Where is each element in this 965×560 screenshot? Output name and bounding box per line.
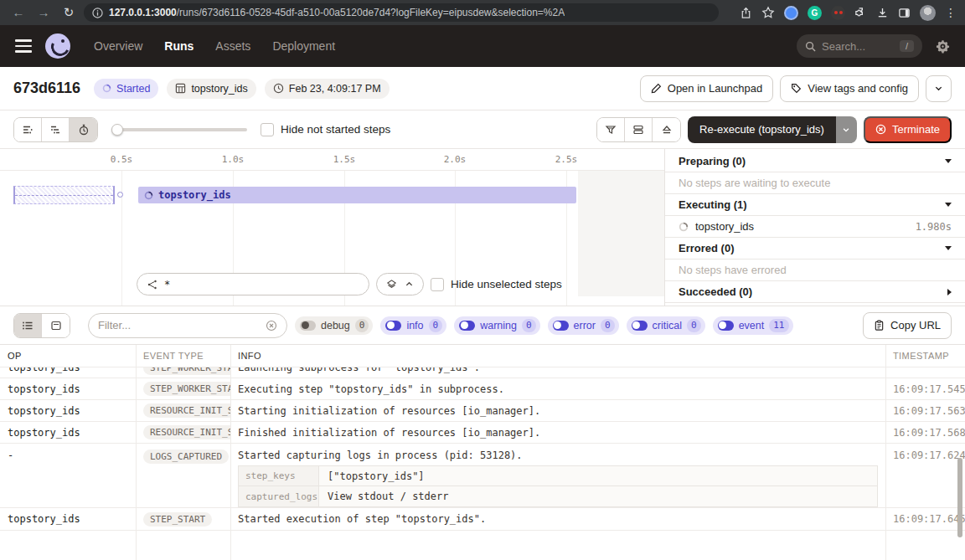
log-structured-view-button[interactable]	[42, 314, 70, 337]
cell-info: Started execution of step "topstory_ids"…	[231, 508, 886, 530]
gantt-zoom-slider[interactable]	[111, 124, 247, 136]
executing-step-row[interactable]: topstory_ids 1.980s	[665, 216, 965, 238]
metadata-row: step_keys ["topstory_ids"]	[239, 466, 877, 486]
event-metadata-table: step_keys ["topstory_ids"] captured_logs…	[238, 465, 878, 507]
toggle-switch	[385, 321, 401, 331]
nav-deployment[interactable]: Deployment	[272, 39, 335, 53]
toggle-count: 0	[429, 319, 443, 332]
browser-menu-icon[interactable]: ⋮	[945, 6, 957, 19]
log-row[interactable]: topstory_ids STEP_WORKER_STARTED Executi…	[0, 378, 965, 400]
browser-forward-icon[interactable]: →	[34, 0, 54, 25]
view-tags-config-button[interactable]: View tags and config	[780, 75, 919, 102]
browser-refresh-icon[interactable]: ↻	[59, 0, 79, 25]
view-tags-config-label: View tags and config	[808, 82, 908, 95]
nav-runs[interactable]: Runs	[164, 39, 194, 53]
hamburger-menu-icon[interactable]	[15, 39, 32, 53]
run-started-time-pill: Feb 23, 4:09:17 PM	[265, 79, 390, 99]
view-stdout-stderr-link[interactable]: View stdout / stderr	[319, 491, 877, 502]
extensions-puzzle-icon[interactable]	[854, 7, 867, 19]
nav-assets[interactable]: Assets	[215, 39, 250, 53]
timed-view-button[interactable]	[70, 118, 97, 141]
copy-url-button[interactable]: Copy URL	[863, 312, 952, 339]
nav-overview[interactable]: Overview	[94, 39, 142, 53]
axis-tick: 0.5s	[111, 154, 133, 165]
waterfall-list-icon	[49, 124, 61, 136]
flat-view-button[interactable]	[14, 118, 42, 141]
step-selection-input[interactable]	[164, 279, 359, 290]
run-header-more-button[interactable]	[926, 75, 952, 102]
extension-clock-icon[interactable]	[784, 6, 798, 20]
axis-tick: 1.0s	[222, 154, 245, 165]
collapse-layers-button[interactable]	[376, 273, 424, 295]
toggle-count: 0	[687, 319, 701, 332]
terminate-button[interactable]: Terminate	[864, 116, 952, 143]
gantt-body: topstory_ids Hide unselected steps	[0, 171, 664, 306]
gantt-step-bar-label: topstory_ids	[158, 189, 231, 201]
open-in-launchpad-button[interactable]: Open in Launchpad	[640, 75, 773, 102]
toggle-debug[interactable]: debug 0	[295, 316, 373, 335]
succeeded-section-header[interactable]: Succeeded (0)	[665, 281, 965, 303]
axis-tick: 1.5s	[333, 154, 356, 165]
clear-filter-icon[interactable]	[266, 320, 277, 331]
toggle-critical[interactable]: critical 0	[627, 316, 705, 335]
preparing-title: Preparing (0)	[679, 155, 746, 167]
info-block: Started capturing logs in process (pid: …	[238, 450, 879, 507]
metadata-key: captured_logs	[239, 486, 319, 506]
log-row[interactable]: topstory_ids RESOURCE_INIT_SUCC... Finis…	[0, 422, 965, 444]
settings-gear-icon[interactable]	[936, 39, 950, 54]
extension-eyes-icon[interactable]	[831, 6, 845, 20]
toggle-label: warning	[480, 320, 517, 331]
url-host: 127.0.0.1:3000	[109, 7, 177, 18]
log-row-logs-captured[interactable]: - LOGS_CAPTURED Started capturing logs i…	[0, 444, 965, 508]
log-list-view-button[interactable]	[14, 314, 42, 337]
toggle-event[interactable]: event 11	[713, 316, 793, 335]
reexecute-button[interactable]: Re-execute (topstory_ids)	[688, 116, 836, 143]
gantt-connector-dot	[117, 192, 123, 198]
cell-op: topstory_ids	[0, 400, 137, 421]
executing-section-header[interactable]: Executing (1)	[665, 194, 965, 216]
toggle-warning[interactable]: warning 0	[454, 316, 539, 335]
gantt-view-mode-segmented	[13, 117, 98, 142]
log-row[interactable]: topstory_ids STEP_START Started executio…	[0, 508, 965, 531]
dagster-logo[interactable]	[45, 33, 70, 59]
spinner-icon	[102, 84, 111, 93]
gantt-step-bar[interactable]: topstory_ids	[138, 187, 576, 203]
toggle-info[interactable]: info 0	[380, 316, 446, 335]
hide-not-started-checkbox-row[interactable]: Hide not started steps	[261, 123, 390, 136]
browser-profile-avatar[interactable]	[920, 5, 936, 21]
bookmark-star-icon[interactable]	[761, 6, 775, 19]
toggle-label: event	[739, 320, 765, 331]
hide-not-started-checkbox[interactable]	[261, 123, 274, 136]
site-info-icon[interactable]	[92, 8, 103, 18]
hide-unselected-checkbox[interactable]	[431, 278, 444, 291]
global-search-input[interactable]: Search... /	[797, 34, 922, 58]
succeeded-title: Succeeded (0)	[679, 285, 752, 298]
preparing-section-header[interactable]: Preparing (0)	[665, 151, 965, 172]
eject-panel-button[interactable]	[653, 118, 680, 141]
side-panel-icon[interactable]	[898, 7, 911, 19]
share-icon[interactable]	[740, 7, 752, 19]
filter-funnel-button[interactable]	[597, 118, 625, 141]
reexecute-dropdown-button[interactable]	[836, 116, 857, 143]
run-started-time-label: Feb 23, 4:09:17 PM	[289, 83, 381, 95]
hide-unselected-checkbox-row[interactable]: Hide unselected steps	[431, 278, 562, 291]
log-row[interactable]: topstory_ids RESOURCE_INIT_STAR... Start…	[0, 400, 965, 422]
downloads-icon[interactable]	[876, 7, 889, 19]
toggle-count: 0	[601, 319, 615, 332]
gantt-future-region	[578, 171, 664, 296]
log-row-clipped[interactable]: topstory_ids STEP_WORKER_STARTI... Launc…	[0, 367, 965, 378]
cell-info: Executing step "topstory_ids" in subproc…	[231, 378, 886, 399]
log-scrollbar-thumb[interactable]	[957, 458, 962, 537]
slider-knob[interactable]	[111, 124, 123, 136]
browser-back-icon[interactable]: ←	[8, 0, 28, 25]
log-filter-input[interactable]	[98, 319, 261, 331]
waterfall-view-button[interactable]	[42, 118, 70, 141]
extension-grammarly-icon[interactable]: G	[808, 6, 822, 20]
address-bar[interactable]: 127.0.0.1:3000/runs/673d6116-0528-45df-a…	[84, 3, 719, 22]
search-shortcut-badge: /	[900, 40, 914, 52]
job-name-pill[interactable]: topstory_ids	[167, 79, 255, 99]
errored-section-header[interactable]: Errored (0)	[665, 238, 965, 259]
toggle-error[interactable]: error 0	[548, 316, 619, 335]
split-rows-button[interactable]	[625, 118, 653, 141]
copy-url-label: Copy URL	[890, 319, 941, 331]
